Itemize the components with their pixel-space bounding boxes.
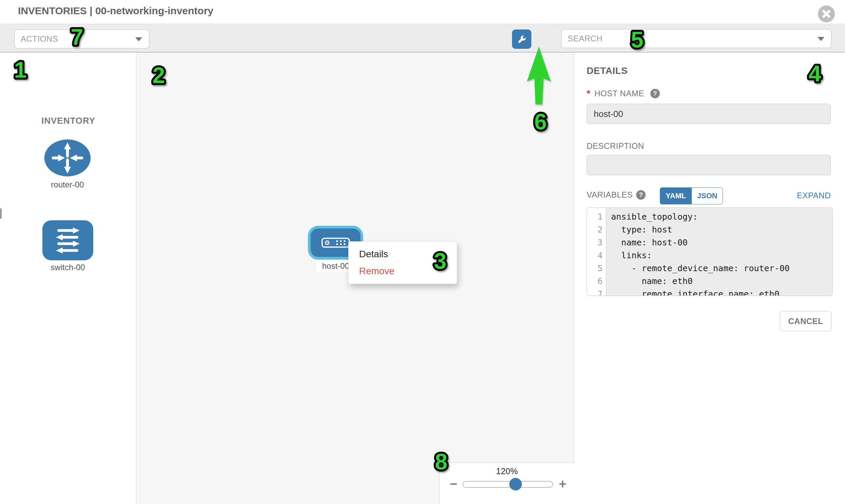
- code-line: remote_interface_name: eth0: [611, 288, 832, 296]
- context-menu-item-remove[interactable]: Remove: [349, 263, 457, 280]
- zoom-control-panel: 120% − +: [439, 463, 574, 504]
- hostname-field-row: * HOST NAME ?: [587, 88, 660, 99]
- code-line-number: 2: [587, 223, 606, 236]
- tab-json[interactable]: JSON: [691, 188, 723, 204]
- code-line: type: host: [611, 223, 832, 236]
- code-line-number: 4: [587, 249, 606, 262]
- details-panel: DETAILS * HOST NAME ? host-00 DESCRIPTIO…: [575, 53, 845, 504]
- code-line: links:: [611, 249, 832, 262]
- wrench-icon: [516, 34, 528, 45]
- required-marker: *: [587, 88, 591, 99]
- zoom-slider-thumb[interactable]: [509, 478, 522, 490]
- chevron-down-icon: [135, 37, 142, 41]
- inventory-topology-page: INVENTORIES | 00-networking-inventory AC…: [0, 0, 845, 504]
- zoom-slider-track[interactable]: [462, 481, 553, 488]
- header: INVENTORIES | 00-networking-inventory: [0, 0, 845, 24]
- switch-icon: [42, 220, 93, 260]
- zoom-in-button[interactable]: +: [558, 477, 568, 491]
- variables-header-row: VARIABLES ? YAML JSON EXPAND: [587, 187, 831, 204]
- code-line-number: 3: [587, 236, 606, 249]
- variables-label-wrap: VARIABLES ?: [587, 190, 646, 200]
- close-icon: [822, 9, 831, 19]
- toolbar: ACTIONS SEARCH: [0, 24, 845, 53]
- host-server-icon: [321, 238, 350, 248]
- tab-yaml[interactable]: YAML: [660, 188, 691, 204]
- page-title: INVENTORIES | 00-networking-inventory: [18, 5, 213, 17]
- variables-format-toggle: YAML JSON: [660, 187, 723, 204]
- node-context-menu: Details Remove: [348, 241, 457, 284]
- code-line-number: 1: [587, 211, 606, 223]
- router-icon: [42, 138, 92, 178]
- actions-dropdown-label: ACTIONS: [21, 34, 58, 44]
- toolbox-button[interactable]: [512, 30, 531, 49]
- cancel-button[interactable]: CANCEL: [780, 311, 831, 331]
- switch-label: switch-00: [31, 263, 105, 272]
- code-line: - remote_device_name: router-00: [611, 262, 832, 275]
- chevron-down-icon: [817, 37, 824, 41]
- description-input[interactable]: [587, 155, 831, 175]
- code-line-number: 5: [587, 262, 606, 275]
- sidebar-item-router[interactable]: [42, 138, 92, 178]
- description-label: DESCRIPTION: [587, 141, 644, 151]
- code-line-number: 7: [587, 288, 606, 296]
- search-dropdown[interactable]: SEARCH: [561, 29, 831, 48]
- code-line: name: host-00: [611, 236, 832, 249]
- variables-help-icon[interactable]: ?: [636, 190, 646, 200]
- hostname-input[interactable]: host-00: [587, 104, 831, 124]
- zoom-level-value: 120%: [439, 466, 575, 476]
- code-line: ansible_topology:: [611, 211, 832, 223]
- sidebar-item-switch[interactable]: [42, 220, 93, 260]
- variables-code-editor: 1234567 ansible_topology: type: host nam…: [587, 208, 833, 296]
- details-panel-title: DETAILS: [587, 66, 628, 76]
- topology-canvas[interactable]: host-00 Details Remove 120% − +: [136, 53, 574, 504]
- expand-link[interactable]: EXPAND: [797, 191, 831, 200]
- code-line: name: eth0: [611, 275, 832, 288]
- code-text-area[interactable]: ansible_topology: type: host name: host-…: [606, 208, 832, 295]
- context-menu-item-details[interactable]: Details: [349, 246, 457, 263]
- sidebar-resize-handle[interactable]: [0, 209, 2, 219]
- inventory-sidebar: INVENTORY router-00: [0, 53, 136, 504]
- close-button[interactable]: [818, 5, 835, 22]
- hostname-label: HOST NAME: [594, 89, 644, 98]
- code-line-number: 6: [587, 275, 606, 288]
- hostname-help-icon[interactable]: ?: [650, 89, 660, 98]
- search-dropdown-label: SEARCH: [568, 34, 602, 43]
- code-line-numbers: 1234567: [587, 208, 606, 295]
- variables-label: VARIABLES: [587, 190, 633, 200]
- actions-dropdown[interactable]: ACTIONS: [14, 30, 149, 49]
- zoom-out-button[interactable]: −: [448, 477, 458, 491]
- sidebar-title: INVENTORY: [41, 115, 95, 126]
- router-label: router-00: [30, 180, 105, 190]
